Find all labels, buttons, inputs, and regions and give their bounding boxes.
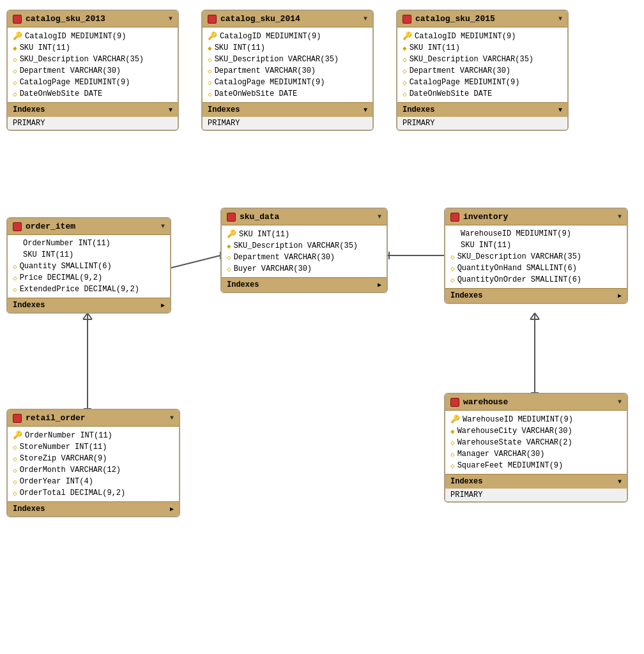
fk-hollow-icon: ◇ bbox=[450, 450, 455, 459]
fk-hollow-icon: ◇ bbox=[227, 265, 231, 273]
field-row: ◇CatalogPage MEDIUMINT(9) bbox=[203, 77, 372, 88]
field-row: 🔑WarehouseID MEDIUMINT(9) bbox=[445, 413, 627, 425]
indexes-value: PRIMARY bbox=[203, 117, 372, 130]
field-row: WarehouseID MEDIUMINT(9) bbox=[445, 228, 627, 240]
indexes-value: PRIMARY bbox=[8, 117, 178, 130]
fk-hollow-icon: ◇ bbox=[402, 56, 407, 64]
table-order-item: order_item ▼ OrderNumber INT(11) SKU INT… bbox=[6, 217, 171, 314]
table-footer-indexes[interactable]: Indexes ▶ bbox=[445, 288, 627, 303]
table-header-catalog-sku-2013[interactable]: catalog_sku_2013 ▼ bbox=[8, 11, 178, 27]
chevron-down-icon[interactable]: ▼ bbox=[170, 414, 174, 422]
indexes-label: Indexes bbox=[13, 105, 45, 114]
indexes-label: Indexes bbox=[13, 301, 45, 310]
chevron-down-icon[interactable]: ▼ bbox=[378, 213, 381, 220]
chevron-down-icon[interactable]: ▼ bbox=[169, 15, 172, 22]
indexes-arrow-icon[interactable]: ▼ bbox=[618, 478, 622, 485]
table-header-catalog-sku-2014[interactable]: catalog_sku_2014 ▼ bbox=[203, 11, 372, 27]
fk-hollow-icon: ◇ bbox=[450, 253, 455, 261]
pk-icon: 🔑 bbox=[450, 414, 460, 424]
field-row: ◇SKU_Description VARCHAR(35) bbox=[397, 54, 567, 65]
table-name: retail_order bbox=[26, 413, 86, 423]
field-row: ◆SKU INT(11) bbox=[203, 42, 372, 54]
table-footer-indexes[interactable]: Indexes ▼ bbox=[445, 474, 627, 489]
field-row: 🔑SKU INT(11) bbox=[222, 228, 387, 240]
field-row: 🔑OrderNumber INT(11) bbox=[8, 429, 179, 441]
indexes-arrow-icon[interactable]: ▼ bbox=[364, 107, 367, 114]
fk-icon: ◆ bbox=[208, 44, 212, 52]
field-row: ◇DateOnWebSite DATE bbox=[8, 88, 178, 100]
table-icon bbox=[227, 213, 236, 222]
fk-hollow-icon: ◇ bbox=[208, 79, 212, 87]
fk-hollow-icon: ◇ bbox=[402, 90, 407, 98]
table-sku-data: sku_data ▼ 🔑SKU INT(11) ◆SKU_Description… bbox=[220, 208, 388, 293]
table-footer-indexes[interactable]: Indexes ▶ bbox=[222, 277, 387, 292]
svg-line-14 bbox=[88, 313, 92, 319]
fk-hollow-icon: ◇ bbox=[450, 276, 455, 284]
pk-icon: 🔑 bbox=[227, 229, 236, 239]
chevron-down-icon[interactable]: ▼ bbox=[618, 213, 622, 220]
field-row: ◇SKU_Description VARCHAR(35) bbox=[8, 54, 178, 65]
indexes-arrow-icon[interactable]: ▶ bbox=[378, 281, 381, 289]
chevron-down-icon[interactable]: ▼ bbox=[618, 399, 622, 406]
table-footer-indexes[interactable]: Indexes ▶ bbox=[8, 501, 179, 516]
field-row: ◆SKU_Description VARCHAR(35) bbox=[222, 240, 387, 252]
indexes-arrow-icon[interactable]: ▼ bbox=[558, 107, 562, 114]
table-catalog-sku-2013: catalog_sku_2013 ▼ 🔑CatalogID MEDIUMINT(… bbox=[6, 10, 179, 131]
table-header-catalog-sku-2015[interactable]: catalog_sku_2015 ▼ bbox=[397, 11, 567, 27]
table-footer-indexes[interactable]: Indexes ▼ bbox=[203, 102, 372, 117]
field-row: ◇Department VARCHAR(30) bbox=[203, 65, 372, 77]
fk-hollow-icon: ◇ bbox=[402, 67, 407, 75]
fk-hollow-icon: ◇ bbox=[450, 439, 455, 447]
indexes-label: Indexes bbox=[450, 477, 482, 486]
field-row: ◆SKU INT(11) bbox=[397, 42, 567, 54]
fk-hollow-icon: ◇ bbox=[13, 466, 17, 475]
indexes-arrow-icon[interactable]: ▶ bbox=[618, 292, 622, 300]
field-row: ◇Price DECIMAL(9,2) bbox=[8, 272, 170, 284]
table-retail-order: retail_order ▼ 🔑OrderNumber INT(11) ◇Sto… bbox=[6, 409, 180, 517]
table-header-inventory[interactable]: inventory ▼ bbox=[445, 209, 627, 225]
table-fields: 🔑CatalogID MEDIUMINT(9) ◆SKU INT(11) ◇SK… bbox=[8, 27, 178, 102]
chevron-down-icon[interactable]: ▼ bbox=[161, 223, 165, 230]
table-footer-indexes[interactable]: Indexes ▼ bbox=[397, 102, 567, 117]
table-footer-indexes[interactable]: Indexes ▶ bbox=[8, 298, 170, 312]
fk-hollow-icon: ◇ bbox=[13, 285, 17, 294]
fk-hollow-icon: ◇ bbox=[13, 79, 17, 87]
field-row: ◇OrderMonth VARCHAR(12) bbox=[8, 464, 179, 476]
chevron-down-icon[interactable]: ▼ bbox=[558, 15, 562, 22]
field-row: 🔑CatalogID MEDIUMINT(9) bbox=[203, 30, 372, 42]
table-icon bbox=[13, 15, 22, 24]
table-header-warehouse[interactable]: warehouse ▼ bbox=[445, 394, 627, 411]
field-row: ◇CatalogPage MEDIUMINT(9) bbox=[397, 77, 567, 88]
fk-icon: ◆ bbox=[227, 242, 231, 250]
field-row: ◇WarehouseState VARCHAR(2) bbox=[445, 437, 627, 448]
field-row: ◇Buyer VARCHAR(30) bbox=[222, 263, 387, 275]
field-row: 🔑CatalogID MEDIUMINT(9) bbox=[8, 30, 178, 42]
indexes-arrow-icon[interactable]: ▶ bbox=[161, 301, 165, 309]
table-footer-indexes[interactable]: Indexes ▼ bbox=[8, 102, 178, 117]
indexes-label: Indexes bbox=[402, 105, 434, 114]
field-row: ◇OrderYear INT(4) bbox=[8, 476, 179, 487]
pk-icon: 🔑 bbox=[13, 31, 22, 41]
field-row: ◇Quantity SMALLINT(6) bbox=[8, 261, 170, 272]
field-row: ◇StoreNumber INT(11) bbox=[8, 441, 179, 453]
indexes-arrow-icon[interactable]: ▼ bbox=[169, 107, 172, 114]
indexes-arrow-icon[interactable]: ▶ bbox=[170, 505, 174, 513]
fk-hollow-icon: ◇ bbox=[13, 90, 17, 98]
fk-hollow-icon: ◇ bbox=[402, 79, 407, 87]
table-name: catalog_sku_2015 bbox=[415, 14, 495, 24]
field-row: ◇CatalogPage MEDIUMINT(9) bbox=[8, 77, 178, 88]
pk-icon: 🔑 bbox=[208, 31, 217, 41]
table-fields: 🔑CatalogID MEDIUMINT(9) ◆SKU INT(11) ◇SK… bbox=[203, 27, 372, 102]
field-row: ◇DateOnWebSite DATE bbox=[397, 88, 567, 100]
chevron-down-icon[interactable]: ▼ bbox=[364, 15, 367, 22]
fk-hollow-icon: ◇ bbox=[13, 443, 17, 452]
field-row: SKU INT(11) bbox=[8, 249, 170, 261]
table-warehouse: warehouse ▼ 🔑WarehouseID MEDIUMINT(9) ◆W… bbox=[444, 393, 628, 503]
fk-hollow-icon: ◇ bbox=[13, 489, 17, 498]
table-name: order_item bbox=[26, 222, 75, 231]
table-header-sku-data[interactable]: sku_data ▼ bbox=[222, 209, 387, 225]
table-header-retail-order[interactable]: retail_order ▼ bbox=[8, 410, 179, 427]
indexes-value: PRIMARY bbox=[445, 489, 627, 501]
field-row: ◆WarehouseCity VARCHAR(30) bbox=[445, 425, 627, 437]
table-header-order-item[interactable]: order_item ▼ bbox=[8, 218, 170, 235]
